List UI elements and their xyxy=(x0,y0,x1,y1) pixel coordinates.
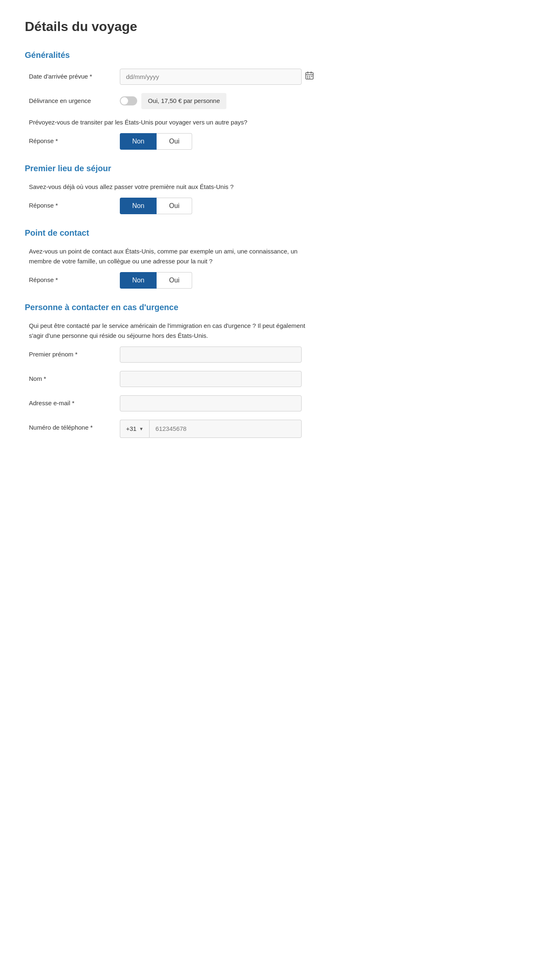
transit-btn-oui[interactable]: Oui xyxy=(157,133,192,150)
telephone-label: Numéro de téléphone * xyxy=(29,420,120,433)
page-title: Détails du voyage xyxy=(25,17,322,36)
point-contact-response-row: Réponse * Non Oui xyxy=(25,272,322,289)
date-arrivee-group: Date d'arrivée prévue * xyxy=(25,69,322,85)
delivrance-urgence-toggle-col: Oui, 17,50 € par personne xyxy=(120,93,226,109)
point-contact-btn-group: Non Oui xyxy=(120,272,192,289)
premier-lieu-btn-oui[interactable]: Oui xyxy=(157,198,192,214)
point-contact-btn-oui[interactable]: Oui xyxy=(157,272,192,289)
date-arrivee-input-wrapper xyxy=(120,69,318,85)
phone-country-selector[interactable]: +31 ▼ xyxy=(120,420,149,438)
transit-reponse-label: Réponse * xyxy=(29,136,120,146)
delivrance-urgence-label: Délivrance en urgence xyxy=(29,96,120,106)
premier-prenom-input[interactable] xyxy=(120,347,302,363)
personne-urgence-question-text: Qui peut être contacté par le service am… xyxy=(25,321,322,341)
telephone-group: Numéro de téléphone * +31 ▼ xyxy=(25,420,322,438)
phone-country-code: +31 xyxy=(126,424,136,434)
telephone-input-wrapper: +31 ▼ xyxy=(120,420,318,438)
date-arrivee-label: Date d'arrivée prévue * xyxy=(29,69,120,81)
svg-rect-7 xyxy=(307,77,308,78)
premier-lieu-btn-non[interactable]: Non xyxy=(120,198,157,214)
premier-lieu-response-row: Réponse * Non Oui xyxy=(25,198,322,214)
premier-lieu-btn-group: Non Oui xyxy=(120,198,192,214)
email-input-wrapper xyxy=(120,395,318,411)
premier-prenom-label: Premier prénom * xyxy=(29,347,120,359)
premier-lieu-reponse-label: Réponse * xyxy=(29,201,120,210)
transit-btn-group: Non Oui xyxy=(120,133,192,150)
chevron-down-icon: ▼ xyxy=(139,425,143,433)
section-premier-lieu-title: Premier lieu de séjour xyxy=(25,162,322,174)
point-contact-btn-non[interactable]: Non xyxy=(120,272,157,289)
transit-response-row: Réponse * Non Oui xyxy=(25,133,322,150)
transit-btn-non[interactable]: Non xyxy=(120,133,157,150)
nom-input[interactable] xyxy=(120,371,302,387)
calendar-icon[interactable] xyxy=(305,71,314,83)
section-point-contact-title: Point de contact xyxy=(25,227,322,239)
premier-lieu-question-text: Savez-vous déjà où vous allez passer vot… xyxy=(25,182,322,192)
svg-rect-5 xyxy=(309,76,310,76)
transit-question-text: Prévoyez-vous de transiter par les États… xyxy=(25,117,322,127)
nom-label: Nom * xyxy=(29,371,120,384)
section-generalites-title: Généralités xyxy=(25,49,322,61)
date-arrivee-input[interactable] xyxy=(120,69,302,85)
delivrance-urgence-group: Délivrance en urgence Oui, 17,50 € par p… xyxy=(25,93,322,109)
email-group: Adresse e-mail * xyxy=(25,395,322,411)
svg-rect-6 xyxy=(311,76,312,76)
premier-prenom-group: Premier prénom * xyxy=(25,347,322,363)
section-personne-urgence-title: Personne à contacter en cas d'urgence xyxy=(25,301,322,313)
nom-input-wrapper xyxy=(120,371,318,387)
email-input[interactable] xyxy=(120,395,302,411)
phone-number-input[interactable] xyxy=(149,420,302,438)
premier-prenom-input-wrapper xyxy=(120,347,318,363)
point-contact-reponse-label: Réponse * xyxy=(29,275,120,285)
delivrance-urgence-toggle[interactable] xyxy=(120,96,137,105)
svg-rect-4 xyxy=(307,76,308,76)
email-label: Adresse e-mail * xyxy=(29,395,120,408)
nom-group: Nom * xyxy=(25,371,322,387)
point-contact-question-text: Avez-vous un point de contact aux États-… xyxy=(25,246,322,266)
delivrance-urgence-option-label: Oui, 17,50 € par personne xyxy=(141,93,226,109)
svg-rect-8 xyxy=(309,77,310,78)
